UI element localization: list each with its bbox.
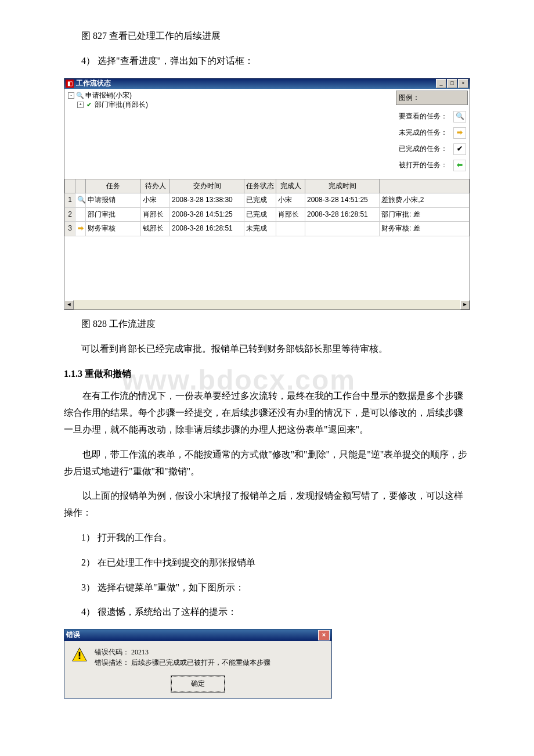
legend-item-pending: 未完成的任务： ➡ [394, 125, 470, 141]
cell-done-time: 2008-3-28 16:28:51 [305, 207, 380, 222]
col-rownum [65, 179, 75, 193]
error-dialog: 错误 × 错误代码： 20213 错误描述： 后续步骤已完成或已被打开，不能重做… [64, 629, 332, 699]
legend-item-opened: 被打开的任务： ⬅ [394, 157, 470, 174]
window-title: 工作流状态 [76, 77, 436, 90]
col-status[interactable]: 任务状态 [244, 179, 276, 193]
cell-extra: 财务审核: 差 [380, 222, 470, 236]
error-code: 20213 [131, 648, 149, 656]
error-desc-label: 错误描述： [95, 658, 129, 667]
tree-child-label: 部门审批(肖部长) [95, 99, 148, 111]
ok-button[interactable]: 确定 [171, 676, 225, 692]
cell-doneby [276, 222, 305, 236]
col-task[interactable]: 任务 [86, 179, 141, 193]
scroll-right-button[interactable]: ► [460, 300, 470, 309]
col-assign-time[interactable]: 交办时间 [170, 179, 244, 193]
cell-assignee: 小宋 [141, 193, 170, 208]
workflow-tree[interactable]: - 🔍 申请报销(小宋) + ✔ 部门审批(肖部长) [64, 89, 394, 179]
error-close-button[interactable]: × [318, 630, 330, 640]
col-assignee[interactable]: 待办人 [141, 179, 170, 193]
svg-rect-1 [79, 652, 81, 657]
cell-assign-time: 2008-3-28 14:51:25 [170, 207, 244, 222]
grid-blank-area [64, 236, 470, 300]
error-desc: 后续步骤已完成或已被打开，不能重做本步骤 [131, 658, 270, 667]
col-icon [75, 179, 86, 193]
row-status-icon: ➡ [75, 222, 86, 236]
step-2: 2） 在已处理工作中找到提交的那张报销单 [81, 555, 470, 571]
cell-status: 已完成 [244, 207, 276, 222]
workflow-status-window: ◧ 工作流状态 _ □ × - 🔍 申请报销(小宋) + ✔ 部门审批(肖部长)… [64, 78, 470, 310]
scroll-track[interactable] [74, 300, 460, 309]
cell-task: 申请报销 [86, 193, 141, 208]
col-extra [380, 179, 470, 193]
row-status-icon: 🔍 [75, 193, 86, 208]
magnifier-icon: 🔍 [76, 92, 84, 99]
task-table: 任务 待办人 交办时间 任务状态 完成人 完成时间 1🔍申请报销小宋2008-3… [64, 179, 470, 309]
row-number: 3 [65, 222, 75, 236]
cell-assignee: 肖部长 [141, 207, 170, 222]
row-number: 2 [65, 207, 75, 222]
legend-label: 已完成的任务： [399, 143, 448, 156]
paragraph-3: 以上面的报销单为例，假设小宋填报了报销单之后，发现报销金额写错了，要修改，可以这… [64, 488, 470, 521]
app-icon: ◧ [66, 80, 74, 88]
arrow-left-icon: ⬅ [457, 159, 463, 172]
table-row[interactable]: 1🔍申请报销小宋2008-3-28 13:38:30已完成小宋2008-3-28… [65, 193, 470, 208]
maximize-button[interactable]: □ [447, 79, 457, 88]
cell-doneby: 小宋 [276, 193, 305, 208]
legend-title: 图例： [396, 91, 468, 106]
step-1: 1） 打开我的工作台。 [81, 530, 470, 546]
window-titlebar[interactable]: ◧ 工作流状态 _ □ × [64, 78, 470, 89]
paragraph-2: 也即，带工作流的表单，不能按通常的方式做"修改"和"删除"，只能是"逆"表单提交… [64, 447, 470, 480]
error-code-label: 错误代码： [95, 648, 129, 656]
row-status-icon [75, 207, 86, 222]
cell-status: 未完成 [244, 222, 276, 236]
svg-rect-2 [79, 658, 81, 660]
legend-item-done: 已完成的任务： ✔ [394, 141, 470, 157]
col-done-time[interactable]: 完成时间 [305, 179, 380, 193]
legend-label: 未完成的任务： [399, 127, 448, 139]
table-header-row: 任务 待办人 交办时间 任务状态 完成人 完成时间 [65, 179, 470, 193]
step-3: 3） 选择右键菜单"重做"，如下图所示： [81, 579, 470, 596]
cell-extra: 差旅费,小宋,2 [380, 193, 470, 208]
legend-panel: 图例： 要查看的任务： 🔍 未完成的任务： ➡ 已完成的任务： ✔ 被打开的任务… [394, 89, 470, 179]
legend-label: 要查看的任务： [399, 110, 448, 123]
check-icon: ✔ [85, 101, 93, 109]
legend-item-view: 要查看的任务： 🔍 [394, 109, 470, 125]
arrow-right-icon: ➡ [457, 127, 463, 139]
cell-doneby: 肖部长 [276, 207, 305, 222]
tree-child[interactable]: + ✔ 部门审批(肖部长) [68, 100, 391, 110]
horizontal-scrollbar[interactable]: ◄ ► [64, 300, 470, 309]
minimize-button[interactable]: _ [436, 79, 446, 88]
table-row[interactable]: 3➡财务审核钱部长2008-3-28 16:28:51未完成财务审核: 差 [65, 222, 470, 236]
tree-expand-icon[interactable]: + [77, 102, 84, 108]
magnifier-icon: 🔍 [456, 110, 464, 123]
error-titlebar[interactable]: 错误 × [64, 629, 331, 641]
row-number: 1 [65, 193, 75, 208]
table-row[interactable]: 2部门审批肖部长2008-3-28 14:51:25已完成肖部长2008-3-2… [65, 207, 470, 222]
cell-assignee: 钱部长 [141, 222, 170, 236]
warning-icon [71, 647, 88, 663]
cell-assign-time: 2008-3-28 16:28:51 [170, 222, 244, 236]
cell-done-time: 2008-3-28 14:51:25 [305, 193, 380, 208]
step-4b: 4） 很遗憾，系统给出了这样的提示： [81, 604, 470, 621]
cell-extra: 部门审批: 差 [380, 207, 470, 222]
legend-label: 被打开的任务： [399, 159, 448, 172]
cell-task: 部门审批 [86, 207, 141, 222]
tree-collapse-icon[interactable]: - [68, 92, 74, 99]
error-title: 错误 [66, 629, 318, 642]
cell-task: 财务审核 [86, 222, 141, 236]
figure-827-caption: 图 827 查看已处理工作的后续进展 [81, 28, 470, 45]
figure-828-caption: 图 828 工作流进度 [81, 316, 470, 333]
close-button[interactable]: × [458, 79, 468, 88]
cell-status: 已完成 [244, 193, 276, 208]
col-doneby[interactable]: 完成人 [276, 179, 305, 193]
after-828-text: 可以看到肖部长已经完成审批。报销单已转到财务部钱部长那里等待审核。 [81, 341, 470, 358]
check-icon: ✔ [457, 143, 463, 156]
paragraph-1: 在有工作流的情况下，一份表单要经过多次流转，最终在我的工作台中显示的数据是多个步… [64, 388, 470, 438]
scroll-left-button[interactable]: ◄ [64, 300, 74, 309]
error-message: 错误代码： 20213 错误描述： 后续步骤已完成或已被打开，不能重做本步骤 [95, 647, 270, 668]
heading-1-1-3: 1.1.3 重做和撤销 [64, 366, 470, 383]
cell-done-time [305, 222, 380, 236]
cell-assign-time: 2008-3-28 13:38:30 [170, 193, 244, 208]
step-4-text: 4） 选择"查看进度"，弹出如下的对话框： [81, 53, 470, 70]
